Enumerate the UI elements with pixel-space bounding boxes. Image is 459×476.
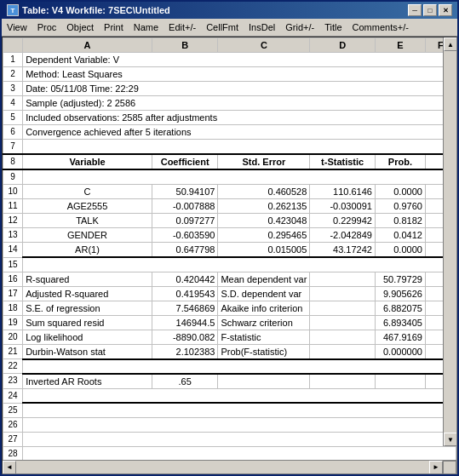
cell-18-b[interactable]: 7.546869 — [152, 301, 218, 315]
cell-1-a[interactable]: Dependent Variable: V — [23, 53, 456, 67]
cell-13-e[interactable]: 0.0412 — [375, 228, 425, 243]
cell-20-b[interactable]: -8890.082 — [152, 330, 218, 344]
cell-11-e[interactable]: 0.9760 — [375, 199, 425, 214]
maximize-button[interactable]: □ — [423, 4, 437, 16]
cell-21-c[interactable]: Prob(F-statistic) — [218, 344, 310, 359]
cell-18-c[interactable]: Akaike info criterion — [218, 301, 310, 315]
cell-20-a[interactable]: Log likelihood — [23, 330, 152, 344]
cell-11-b[interactable]: -0.007888 — [152, 199, 218, 214]
cell-15-a — [23, 257, 456, 272]
cell-14-b[interactable]: 0.647798 — [152, 243, 218, 258]
cell-28-a — [23, 446, 456, 460]
menu-title[interactable]: Title — [319, 20, 347, 34]
cell-12-d[interactable]: 0.229942 — [310, 214, 376, 228]
cell-21-e[interactable]: 0.000000 — [375, 344, 425, 359]
scroll-down-button[interactable]: ▼ — [444, 433, 456, 446]
cell-13-a[interactable]: GENDER — [23, 228, 152, 243]
cell-13-c[interactable]: 0.295465 — [218, 228, 310, 243]
horizontal-scrollbar[interactable]: ◄ ► — [3, 460, 456, 473]
menu-proc[interactable]: Proc — [32, 20, 62, 34]
cell-4-a[interactable]: Sample (adjusted): 2 2586 — [23, 96, 456, 111]
cell-17-a[interactable]: Adjusted R-squared — [23, 286, 152, 301]
cell-19-c[interactable]: Schwarz criterion — [218, 315, 310, 330]
col-header-a: A — [23, 38, 152, 53]
cell-17-d — [310, 286, 376, 301]
menu-name[interactable]: Name — [129, 20, 164, 34]
cell-22-a — [23, 359, 456, 374]
table-row: 27 — [3, 432, 456, 446]
cell-10-b[interactable]: 50.94107 — [152, 185, 218, 199]
cell-20-c[interactable]: F-statistic — [218, 330, 310, 344]
table-row: 25 — [3, 403, 456, 417]
scroll-up-button[interactable]: ▲ — [444, 37, 456, 51]
cell-13-b[interactable]: -0.603590 — [152, 228, 218, 243]
cell-14-c[interactable]: 0.015005 — [218, 243, 310, 258]
table-row: 20 Log likelihood -8890.082 F-statistic … — [3, 330, 456, 344]
cell-6-a[interactable]: Convergence achieved after 5 iterations — [23, 125, 456, 140]
cell-10-d[interactable]: 110.6146 — [310, 185, 376, 199]
cell-10-e[interactable]: 0.0000 — [375, 185, 425, 199]
window-icon: T — [7, 4, 19, 16]
menu-print[interactable]: Print — [99, 20, 129, 34]
cell-18-e[interactable]: 6.882075 — [375, 301, 425, 315]
row-num: 28 — [3, 446, 23, 460]
cell-19-b[interactable]: 146944.5 — [152, 315, 218, 330]
cell-16-c[interactable]: Mean dependent var — [218, 272, 310, 286]
cell-17-b[interactable]: 0.419543 — [152, 286, 218, 301]
scroll-left-button[interactable]: ◄ — [3, 461, 16, 474]
cell-5-a[interactable]: Included observations: 2585 after adjust… — [23, 111, 456, 125]
col-header-b: B — [152, 38, 218, 53]
menu-comments[interactable]: Comments+/- — [347, 20, 414, 34]
cell-20-e[interactable]: 467.9169 — [375, 330, 425, 344]
cell-24-a — [23, 388, 456, 403]
vertical-scrollbar[interactable]: ▲ ▼ — [443, 37, 456, 446]
cell-12-c[interactable]: 0.423048 — [218, 214, 310, 228]
cell-23-b[interactable]: .65 — [152, 374, 218, 389]
cell-17-c[interactable]: S.D. dependent var — [218, 286, 310, 301]
close-button[interactable]: ✕ — [439, 4, 452, 16]
menu-edit[interactable]: Edit+/- — [164, 20, 201, 34]
cell-14-d[interactable]: 43.17242 — [310, 243, 376, 258]
row-num: 19 — [3, 315, 23, 330]
cell-2-a[interactable]: Method: Least Squares — [23, 67, 456, 82]
cell-16-e[interactable]: 50.79729 — [375, 272, 425, 286]
row-num: 12 — [3, 214, 23, 228]
cell-21-d — [310, 344, 376, 359]
menu-cellfmt[interactable]: CellFmt — [201, 20, 244, 34]
cell-11-d[interactable]: -0.030091 — [310, 199, 376, 214]
menu-object[interactable]: Object — [61, 20, 99, 34]
cell-14-a[interactable]: AR(1) — [23, 243, 152, 258]
cell-12-a[interactable]: TALK — [23, 214, 152, 228]
col-header-rownum — [3, 38, 23, 53]
cell-26-a — [23, 417, 456, 432]
scroll-right-button[interactable]: ► — [429, 461, 443, 474]
minimize-button[interactable]: ─ — [408, 4, 422, 16]
cell-13-d[interactable]: -2.042849 — [310, 228, 376, 243]
cell-17-e[interactable]: 9.905626 — [375, 286, 425, 301]
row-num: 26 — [3, 417, 23, 432]
cell-10-a[interactable]: C — [23, 185, 152, 199]
cell-16-a[interactable]: R-squared — [23, 272, 152, 286]
row-num: 7 — [3, 140, 23, 155]
menu-insdel[interactable]: InsDel — [244, 20, 280, 34]
cell-14-e[interactable]: 0.0000 — [375, 243, 425, 258]
cell-12-e[interactable]: 0.8182 — [375, 214, 425, 228]
cell-11-c[interactable]: 0.262135 — [218, 199, 310, 214]
cell-23-a[interactable]: Inverted AR Roots — [23, 374, 152, 389]
scroll-track[interactable] — [444, 51, 456, 433]
cell-19-e[interactable]: 6.893405 — [375, 315, 425, 330]
cell-12-b[interactable]: 0.097277 — [152, 214, 218, 228]
row-num: 13 — [3, 228, 23, 243]
cell-21-b[interactable]: 2.102383 — [152, 344, 218, 359]
menu-grid[interactable]: Grid+/- — [280, 20, 319, 34]
cell-19-a[interactable]: Sum squared resid — [23, 315, 152, 330]
cell-18-d — [310, 301, 376, 315]
menu-view[interactable]: View — [2, 20, 32, 34]
cell-18-a[interactable]: S.E. of regression — [23, 301, 152, 315]
cell-7-a — [23, 140, 456, 155]
cell-10-c[interactable]: 0.460528 — [218, 185, 310, 199]
cell-21-a[interactable]: Durbin-Watson stat — [23, 344, 152, 359]
cell-16-b[interactable]: 0.420442 — [152, 272, 218, 286]
cell-11-a[interactable]: AGE2555 — [23, 199, 152, 214]
cell-3-a[interactable]: Date: 05/11/08 Time: 22:29 — [23, 82, 456, 96]
